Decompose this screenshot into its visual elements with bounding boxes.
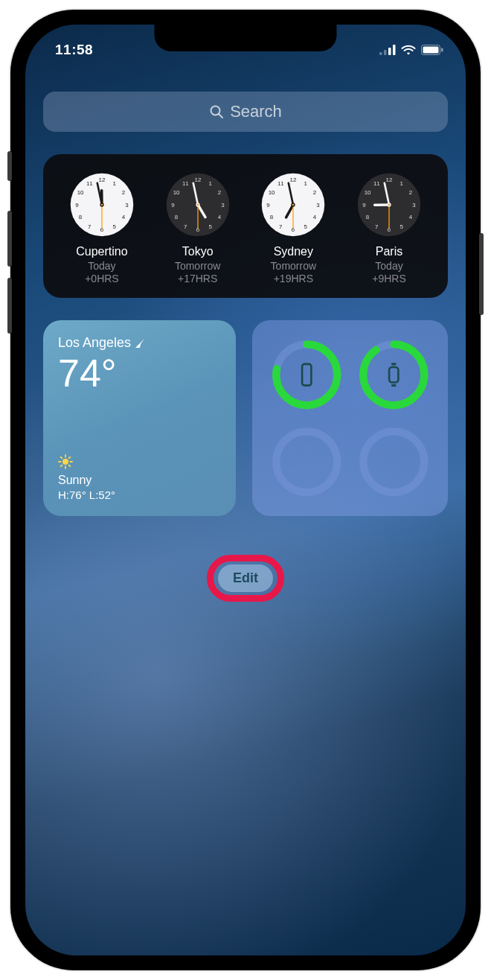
clock-day-label: Tomorrow [175, 260, 220, 272]
svg-text:3: 3 [412, 202, 416, 209]
svg-line-86 [61, 457, 62, 459]
clock-paris: 121234567891011 ParisToday+9HRS [344, 172, 434, 284]
svg-point-98 [276, 431, 337, 492]
edit-button[interactable]: Edit [218, 564, 273, 592]
phone-frame: 11:58 [10, 10, 481, 970]
svg-text:9: 9 [267, 202, 271, 209]
svg-text:1: 1 [112, 180, 116, 187]
svg-text:11: 11 [373, 180, 380, 187]
weather-high-low: H:76° L:52° [58, 489, 115, 501]
svg-text:8: 8 [174, 214, 178, 220]
volume-down-button [7, 278, 12, 334]
battery-icon [421, 45, 443, 55]
svg-rect-92 [302, 364, 311, 386]
battery-ring-empty [356, 424, 432, 500]
clock-offset-label: +0HRS [85, 273, 119, 284]
svg-line-88 [61, 465, 62, 467]
weather-city: Los Angeles [58, 335, 221, 351]
clock-day-label: Today [88, 260, 115, 272]
svg-text:7: 7 [375, 223, 378, 230]
svg-text:8: 8 [79, 214, 83, 220]
svg-text:2: 2 [313, 189, 316, 196]
svg-text:7: 7 [88, 223, 91, 230]
clock-offset-label: +19HRS [274, 273, 313, 284]
clock-offset-label: +17HRS [178, 273, 217, 284]
search-placeholder: Search [230, 102, 282, 121]
svg-point-94 [363, 344, 424, 405]
svg-text:3: 3 [317, 202, 321, 209]
svg-text:10: 10 [269, 189, 275, 196]
svg-text:2: 2 [122, 189, 125, 196]
svg-text:12: 12 [386, 176, 393, 183]
svg-text:4: 4 [217, 214, 221, 220]
weather-temp: 74° [58, 354, 221, 392]
clock-cupertino: 121234567891011 CupertinoToday+0HRS [57, 172, 147, 284]
clock-offset-label: +9HRS [372, 273, 406, 284]
svg-text:12: 12 [99, 176, 106, 183]
cellular-icon [379, 45, 396, 55]
svg-text:11: 11 [277, 180, 284, 187]
svg-line-89 [69, 457, 71, 459]
svg-text:3: 3 [221, 202, 225, 209]
weather-widget[interactable]: Los Angeles 74° [43, 320, 236, 516]
svg-rect-95 [389, 367, 398, 383]
search-icon [209, 104, 224, 119]
svg-text:2: 2 [409, 189, 412, 196]
notch [155, 25, 337, 51]
location-arrow-icon [135, 338, 145, 349]
battery-ring-phone [269, 337, 345, 413]
wifi-icon [401, 45, 416, 55]
svg-text:5: 5 [304, 223, 308, 230]
battery-ring-watch [356, 337, 432, 413]
clock-day-label: Tomorrow [271, 260, 316, 272]
svg-rect-6 [441, 48, 443, 52]
svg-point-7 [211, 106, 220, 115]
svg-text:9: 9 [362, 202, 366, 209]
svg-text:7: 7 [279, 223, 282, 230]
status-indicators [379, 45, 443, 55]
svg-point-99 [363, 431, 424, 492]
clock-city-label: Tokyo [182, 245, 214, 258]
clock-sydney: 121234567891011 SydneyTomorrow+19HRS [248, 172, 338, 284]
svg-text:9: 9 [75, 202, 79, 209]
svg-text:10: 10 [173, 189, 179, 196]
volume-up-button [7, 211, 12, 267]
svg-text:1: 1 [400, 180, 404, 187]
svg-rect-3 [393, 45, 396, 55]
svg-text:11: 11 [86, 180, 93, 187]
svg-text:8: 8 [366, 214, 370, 220]
svg-rect-0 [379, 52, 382, 55]
svg-text:10: 10 [365, 189, 371, 196]
svg-rect-1 [384, 50, 387, 55]
power-button [479, 233, 484, 315]
svg-text:11: 11 [182, 180, 189, 187]
svg-point-80 [388, 204, 391, 206]
status-time: 11:58 [55, 42, 93, 58]
svg-text:9: 9 [171, 202, 175, 209]
svg-text:3: 3 [125, 202, 129, 209]
search-bar[interactable]: Search [43, 92, 448, 132]
svg-text:12: 12 [194, 176, 201, 183]
svg-text:4: 4 [122, 214, 126, 220]
clock-city-label: Cupertino [76, 245, 127, 258]
svg-point-81 [62, 459, 68, 465]
svg-text:5: 5 [208, 223, 212, 230]
clock-day-label: Today [375, 260, 402, 272]
silence-switch [7, 151, 12, 181]
weather-city-label: Los Angeles [58, 335, 131, 351]
batteries-widget[interactable] [252, 320, 448, 516]
svg-text:4: 4 [313, 214, 317, 220]
svg-text:1: 1 [304, 180, 308, 187]
clock-tokyo: 121234567891011 TokyoTomorrow+17HRS [153, 172, 243, 284]
clock-city-label: Paris [376, 245, 402, 258]
weather-condition: Sunny [58, 474, 115, 487]
svg-text:5: 5 [112, 223, 116, 230]
world-clock-widget[interactable]: 121234567891011 CupertinoToday+0HRS 1212… [43, 154, 448, 298]
clock-city-label: Sydney [274, 245, 313, 258]
svg-rect-5 [423, 47, 439, 54]
svg-text:5: 5 [400, 223, 404, 230]
svg-point-26 [101, 204, 103, 206]
svg-rect-2 [388, 48, 391, 55]
svg-line-87 [69, 465, 71, 467]
svg-text:2: 2 [217, 189, 220, 196]
